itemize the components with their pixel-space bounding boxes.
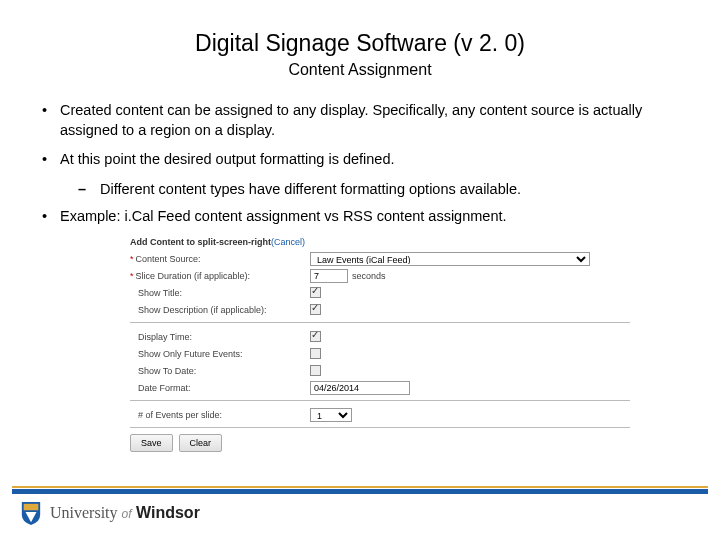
required-icon: * (130, 271, 134, 281)
label-show-desc: Show Description (if applicable): (138, 305, 267, 315)
university-name: University of Windsor (50, 504, 200, 522)
bullet-3: • Example: i.Cal Feed content assignment… (40, 207, 680, 227)
footer: University of Windsor (0, 486, 720, 540)
footer-rule-blue (12, 489, 708, 494)
bullet-2: • At this point the desired output forma… (40, 150, 680, 170)
label-events-per-slide: # of Events per slide: (138, 410, 222, 420)
label-future-events: Show Only Future Events: (138, 349, 243, 359)
footer-rule-gold (12, 486, 708, 488)
save-button[interactable]: Save (130, 434, 173, 452)
windsor-word: Windsor (136, 504, 200, 521)
label-show-title: Show Title: (138, 288, 182, 298)
form-screenshot: Add Content to split-screen-right(Cancel… (130, 237, 630, 452)
show-title-checkbox[interactable] (310, 287, 321, 298)
clear-button[interactable]: Clear (179, 434, 223, 452)
required-icon: * (130, 254, 134, 264)
divider (130, 322, 630, 323)
slide-title: Digital Signage Software (v 2. 0) (40, 30, 680, 57)
events-per-slide-select[interactable]: 1 (310, 408, 352, 422)
future-events-checkbox[interactable] (310, 348, 321, 359)
show-to-date-checkbox[interactable] (310, 365, 321, 376)
bullet-3-text: Example: i.Cal Feed content assignment v… (60, 207, 680, 227)
bullet-1-text: Created content can be assigned to any d… (60, 101, 680, 140)
university-word: University (50, 504, 118, 521)
divider (130, 400, 630, 401)
label-content-source: Content Source: (136, 254, 201, 264)
content-source-select[interactable]: Law Events (iCal Feed) (310, 252, 590, 266)
bullet-1: • Created content can be assigned to any… (40, 101, 680, 140)
form-header-text: Add Content to split-screen-right (130, 237, 271, 247)
bullet-2-text: At this point the desired output formatt… (60, 150, 680, 170)
label-date-format: Date Format: (138, 383, 191, 393)
date-format-input[interactable] (310, 381, 410, 395)
university-shield-icon (20, 500, 42, 526)
divider (130, 427, 630, 428)
label-slice-duration: Slice Duration (if applicable): (136, 271, 251, 281)
slide-subtitle: Content Assignment (40, 61, 680, 79)
bullet-2a-text: Different content types have different f… (100, 180, 680, 200)
display-time-checkbox[interactable] (310, 331, 321, 342)
label-display-time: Display Time: (138, 332, 192, 342)
cancel-link[interactable]: (Cancel) (271, 237, 305, 247)
slice-duration-input[interactable] (310, 269, 348, 283)
show-desc-checkbox[interactable] (310, 304, 321, 315)
seconds-label: seconds (352, 271, 386, 281)
form-header: Add Content to split-screen-right(Cancel… (130, 237, 630, 247)
label-show-to-date: Show To Date: (138, 366, 196, 376)
bullet-2a: – Different content types have different… (78, 180, 680, 200)
bullet-list: • Created content can be assigned to any… (40, 101, 680, 227)
